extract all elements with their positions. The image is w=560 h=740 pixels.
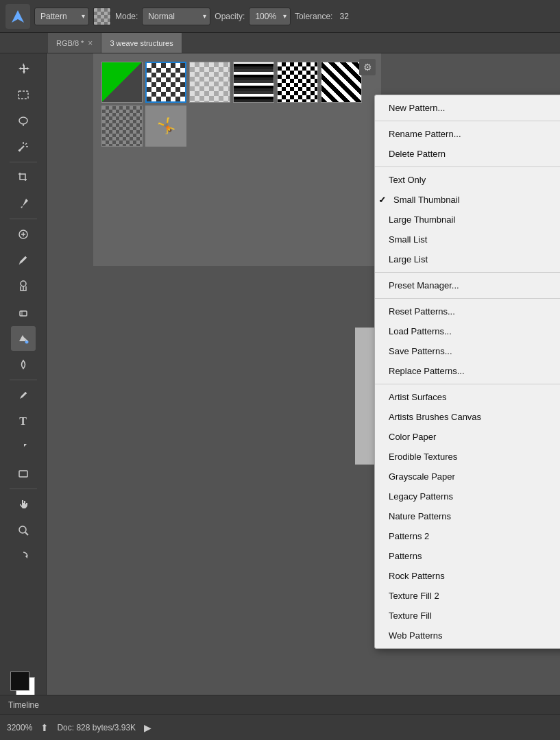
tool-text[interactable]: T: [11, 409, 36, 434]
menu-item-reset-patterns[interactable]: Reset Patterns...: [375, 301, 560, 321]
tab-rgb-label: RGB/8 *: [56, 39, 84, 47]
menu-item-artists-brushes-canvas[interactable]: Artists Brushes Canvas: [375, 407, 560, 427]
menu-separator: [375, 272, 560, 273]
menu-item-texture-fill[interactable]: Texture Fill: [375, 606, 560, 626]
tab-weave-label: 3 weave structures: [110, 39, 173, 47]
pattern-thumb-5[interactable]: [277, 62, 318, 103]
status-bar: 3200% ⬆ Doc: 828 bytes/3.93K ▶: [0, 714, 560, 740]
pattern-panel: 🤸 ⚙: [93, 53, 381, 266]
context-menu: New Pattern...Rename Pattern...Delete Pa…: [374, 95, 560, 649]
menu-item-save-patterns[interactable]: Save Patterns...: [375, 341, 560, 361]
tool-stamp[interactable]: [11, 274, 36, 299]
pattern-thumb-2[interactable]: [145, 62, 186, 103]
tool-blur[interactable]: [11, 352, 36, 377]
menu-item-erodible-textures[interactable]: Erodible Textures: [375, 447, 560, 467]
tool-lasso[interactable]: [11, 108, 36, 133]
left-toolbar: T: [0, 53, 47, 714]
menu-separator: [375, 121, 560, 121]
tool-divider-1: [10, 162, 37, 162]
export-icon[interactable]: ⬆: [40, 722, 49, 733]
menu-item-rename-pattern[interactable]: Rename Pattern...: [375, 124, 560, 144]
menu-item-load-patterns[interactable]: Load Patterns...: [375, 321, 560, 341]
mode-value: Normal: [148, 12, 175, 21]
pattern-thumb-6[interactable]: [321, 62, 362, 103]
tab-weave[interactable]: 3 weave structures: [101, 33, 182, 53]
pattern-thumb-1[interactable]: [101, 62, 143, 103]
tool-magic-wand[interactable]: [11, 134, 36, 159]
opacity-label: Opacity:: [215, 12, 245, 21]
pattern-dropdown[interactable]: Pattern: [34, 8, 89, 25]
tool-rotate[interactable]: [11, 544, 36, 569]
opacity-dropdown[interactable]: 100%: [249, 8, 291, 25]
menu-item-legacy-patterns[interactable]: Legacy Patterns: [375, 486, 560, 506]
menu-item-texture-fill-2[interactable]: Texture Fill 2: [375, 586, 560, 606]
menu-item-text-only[interactable]: Text Only: [375, 170, 560, 190]
status-arrow[interactable]: ▶: [144, 722, 151, 733]
menu-item-preset-manager[interactable]: Preset Manager...: [375, 275, 560, 295]
tool-divider-4: [10, 489, 37, 489]
svg-point-17: [19, 526, 26, 533]
pattern-preview[interactable]: [93, 8, 111, 25]
mode-label: Mode:: [115, 12, 138, 21]
tool-pen[interactable]: [11, 383, 36, 408]
foreground-color-swatch[interactable]: [10, 671, 29, 691]
menu-item-delete-pattern[interactable]: Delete Pattern: [375, 144, 560, 164]
svg-marker-19: [25, 554, 27, 558]
app-logo: [5, 4, 30, 29]
menu-item-artist-surfaces[interactable]: Artist Surfaces: [375, 387, 560, 407]
tool-zoom[interactable]: [11, 518, 36, 543]
tab-rgb[interactable]: RGB/8 * ×: [48, 33, 101, 53]
tool-path-select[interactable]: [11, 435, 36, 460]
tool-spot-heal[interactable]: [11, 222, 36, 247]
svg-rect-16: [19, 471, 27, 477]
svg-point-10: [21, 281, 26, 286]
menu-item-replace-patterns[interactable]: Replace Patterns...: [375, 361, 560, 381]
main-area: T: [0, 53, 560, 714]
menu-item-grayscale-paper[interactable]: Grayscale Paper: [375, 467, 560, 486]
menu-item-new-pattern[interactable]: New Pattern...: [375, 98, 560, 118]
tool-eyedropper[interactable]: [11, 191, 36, 216]
top-toolbar: Pattern Mode: Normal Opacity: 100% Toler…: [0, 0, 560, 33]
pattern-dropdown-label: Pattern: [40, 12, 67, 21]
tolerance-value: 32: [339, 12, 348, 21]
tool-divider-2: [10, 219, 37, 219]
pattern-thumb-4[interactable]: [233, 62, 274, 103]
svg-line-4: [25, 143, 27, 145]
doc-info: Doc: 828 bytes/3.93K: [57, 723, 136, 732]
tool-crop[interactable]: [11, 165, 36, 190]
svg-line-18: [25, 532, 28, 535]
menu-separator: [375, 298, 560, 299]
tool-divider-3: [10, 380, 37, 380]
mode-dropdown[interactable]: Normal: [142, 8, 210, 25]
tool-move[interactable]: [11, 56, 36, 81]
tool-eraser[interactable]: [11, 300, 36, 325]
menu-item-large-thumbnail[interactable]: Large Thumbnail: [375, 210, 560, 230]
svg-rect-12: [20, 311, 27, 316]
menu-item-nature-patterns[interactable]: Nature Patterns: [375, 506, 560, 526]
menu-item-patterns[interactable]: Patterns: [375, 546, 560, 566]
pattern-thumb-3[interactable]: [189, 62, 230, 103]
opacity-value: 100%: [255, 12, 276, 21]
menu-item-rock-patterns[interactable]: Rock Patterns: [375, 566, 560, 586]
tool-paint-bucket[interactable]: [11, 326, 36, 351]
tolerance-label: Tolerance:: [295, 12, 332, 21]
pattern-grid: 🤸: [99, 59, 376, 149]
menu-separator: [375, 384, 560, 384]
menu-item-large-list[interactable]: Large List: [375, 249, 560, 269]
menu-item-patterns-2[interactable]: Patterns 2: [375, 526, 560, 546]
canvas-area: 🤸 ⚙ New Pattern...Rename Pattern...Delet…: [47, 53, 560, 714]
menu-item-small-list[interactable]: Small List: [375, 230, 560, 249]
tab-rgb-close[interactable]: ×: [88, 38, 93, 48]
menu-item-small-thumbnail[interactable]: ✓Small Thumbnail: [375, 190, 560, 210]
panel-gear-button[interactable]: ⚙: [359, 59, 376, 75]
pattern-thumb-7[interactable]: [101, 106, 143, 147]
tool-selection[interactable]: [11, 82, 36, 107]
tool-shape[interactable]: [11, 461, 36, 486]
menu-item-color-paper[interactable]: Color Paper: [375, 427, 560, 447]
svg-point-1: [19, 117, 27, 124]
menu-item-web-patterns[interactable]: Web Patterns: [375, 626, 560, 645]
pattern-thumb-8[interactable]: 🤸: [145, 106, 186, 147]
timeline-bar: Timeline: [0, 695, 560, 714]
tool-hand[interactable]: [11, 492, 36, 517]
tool-brush[interactable]: [11, 248, 36, 273]
